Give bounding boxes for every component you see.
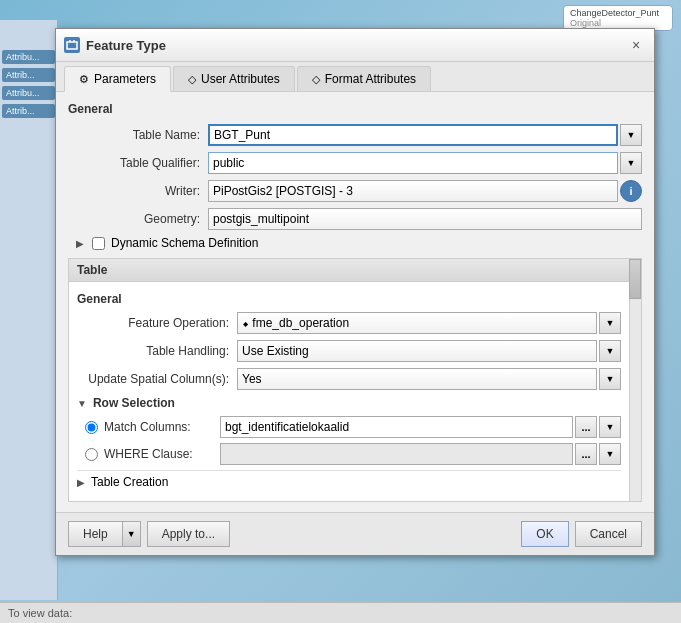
row-selection-expander[interactable]: ▼ [77,398,87,409]
table-qualifier-input-wrap: ▼ [208,152,642,174]
feature-type-dialog: Feature Type × ⚙ Parameters ◇ User Attri… [55,28,655,556]
table-creation-row: ▶ Table Creation [77,470,621,493]
table-handling-select[interactable]: Use Existing [237,340,597,362]
status-text: To view data: [8,607,72,619]
table-name-label: Table Name: [68,128,208,142]
table-qualifier-row: Table Qualifier: ▼ [68,152,642,174]
tab-format-attributes-label: Format Attributes [325,72,416,86]
table-name-input[interactable] [208,124,618,146]
geometry-label: Geometry: [68,212,208,226]
inner-section-label: General [77,292,621,306]
svg-rect-0 [67,42,77,49]
update-spatial-select[interactable]: Yes [237,368,597,390]
left-panel: Attribu... Attrib... Attribu... Attrib..… [0,20,58,600]
tab-user-attributes[interactable]: ◇ User Attributes [173,66,295,91]
match-columns-dots-btn[interactable]: ... [575,416,597,438]
geometry-select[interactable]: postgis_multipoint [208,208,642,230]
table-handling-wrap: Use Existing ▼ [237,340,621,362]
table-creation-expander[interactable]: ▶ [77,477,85,488]
table-qualifier-label: Table Qualifier: [68,156,208,170]
match-columns-radio[interactable] [85,421,98,434]
feature-operation-label: Feature Operation: [77,316,237,330]
table-name-row: Table Name: ▼ [68,124,642,146]
table-section-body: General Feature Operation: ⬥ fme_db_oper… [69,282,641,501]
apply-button[interactable]: Apply to... [147,521,230,547]
table-handling-extra-btn[interactable]: ▼ [599,340,621,362]
update-spatial-label: Update Spatial Column(s): [77,372,237,386]
scrollbar-thumb[interactable] [629,259,641,299]
where-clause-radio[interactable] [85,448,98,461]
general-section-label: General [68,102,642,116]
dialog-titlebar: Feature Type × [56,29,654,62]
match-columns-row: Match Columns: ... ▼ [85,416,621,438]
update-spatial-row: Update Spatial Column(s): Yes ▼ [77,368,621,390]
feature-operation-extra-btn[interactable]: ▼ [599,312,621,334]
cancel-button[interactable]: Cancel [575,521,642,547]
parameters-icon: ⚙ [79,73,89,86]
table-handling-row: Table Handling: Use Existing ▼ [77,340,621,362]
feature-operation-row: Feature Operation: ⬥ fme_db_operation ▼ [77,312,621,334]
help-btn-group: Help ▼ [68,521,141,547]
user-attributes-icon: ◇ [188,73,196,86]
row-selection-title: ▼ Row Selection [77,396,621,410]
where-clause-input[interactable] [220,443,573,465]
left-panel-item-1[interactable]: Attribu... [2,50,55,64]
where-clause-dots-btn[interactable]: ... [575,443,597,465]
left-panel-item-4[interactable]: Attrib... [2,104,55,118]
help-button[interactable]: Help [68,521,123,547]
status-bar: To view data: [0,602,681,623]
close-button[interactable]: × [626,35,646,55]
match-columns-input-wrap: ... ▼ [220,416,621,438]
tab-user-attributes-label: User Attributes [201,72,280,86]
writer-info-btn[interactable]: i [620,180,642,202]
where-clause-dropdown-btn[interactable]: ▼ [599,443,621,465]
table-section: Table General Feature Operation: ⬥ fme_d… [68,258,642,502]
where-clause-row: WHERE Clause: ... ▼ [85,443,621,465]
format-attributes-icon: ◇ [312,73,320,86]
scrollbar-track[interactable] [629,259,641,501]
dialog-icon [64,37,80,53]
table-section-header: Table [69,259,641,282]
left-panel-item-2[interactable]: Attrib... [2,68,55,82]
dynamic-schema-checkbox[interactable] [92,237,105,250]
help-dropdown-btn[interactable]: ▼ [123,521,141,547]
table-section-label: Table [77,263,107,277]
feature-operation-wrap: ⬥ fme_db_operation ▼ [237,312,621,334]
match-columns-input[interactable] [220,416,573,438]
row-selection-label: Row Selection [93,396,175,410]
titlebar-left: Feature Type [64,37,166,53]
writer-select[interactable]: PiPostGis2 [POSTGIS] - 3 [208,180,618,202]
tab-format-attributes[interactable]: ◇ Format Attributes [297,66,431,91]
tab-parameters-label: Parameters [94,72,156,86]
dialog-title: Feature Type [86,38,166,53]
writer-select-wrap: PiPostGis2 [POSTGIS] - 3 i [208,180,642,202]
dynamic-schema-expander[interactable]: ▶ [76,238,84,249]
geometry-row: Geometry: postgis_multipoint [68,208,642,230]
match-columns-label: Match Columns: [104,420,214,434]
dynamic-schema-row: ▶ Dynamic Schema Definition [76,236,642,250]
update-spatial-wrap: Yes ▼ [237,368,621,390]
dynamic-schema-label: Dynamic Schema Definition [111,236,258,250]
table-handling-label: Table Handling: [77,344,237,358]
table-creation-label: Table Creation [91,475,168,489]
dialog-footer: Help ▼ Apply to... OK Cancel [56,512,654,555]
table-qualifier-input[interactable] [208,152,618,174]
table-qualifier-dropdown-btn[interactable]: ▼ [620,152,642,174]
writer-row: Writer: PiPostGis2 [POSTGIS] - 3 i [68,180,642,202]
dialog-body: General Table Name: ▼ Table Qualifier: ▼… [56,92,654,512]
left-panel-item-3[interactable]: Attribu... [2,86,55,100]
where-clause-input-wrap: ... ▼ [220,443,621,465]
ok-button[interactable]: OK [521,521,568,547]
table-name-input-wrap: ▼ [208,124,642,146]
tab-bar: ⚙ Parameters ◇ User Attributes ◇ Format … [56,62,654,92]
geometry-select-wrap: postgis_multipoint [208,208,642,230]
row-selection-section: ▼ Row Selection Match Columns: ... ▼ [77,396,621,465]
update-spatial-extra-btn[interactable]: ▼ [599,368,621,390]
feature-operation-select[interactable]: ⬥ fme_db_operation [237,312,597,334]
tab-parameters[interactable]: ⚙ Parameters [64,66,171,92]
where-clause-label: WHERE Clause: [104,447,214,461]
match-columns-dropdown-btn[interactable]: ▼ [599,416,621,438]
table-name-dropdown-btn[interactable]: ▼ [620,124,642,146]
writer-label: Writer: [68,184,208,198]
